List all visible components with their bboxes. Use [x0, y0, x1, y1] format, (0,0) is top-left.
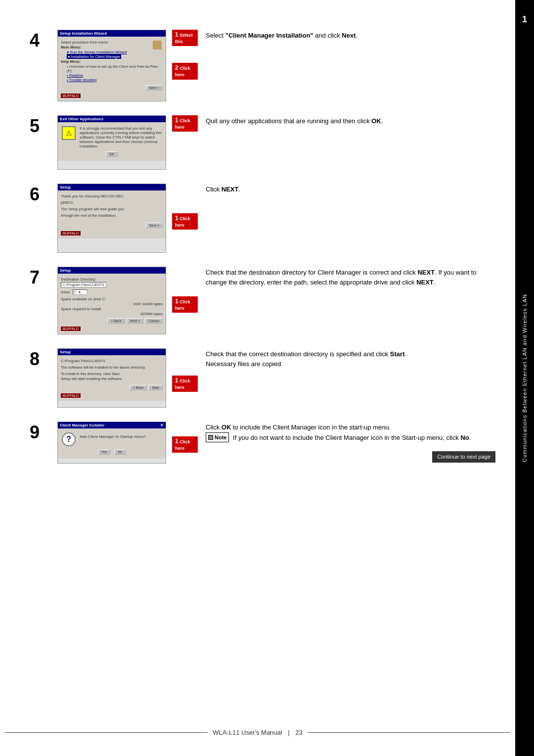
step-4-screenshot: Setup Installation Wizard Select procedu…	[57, 30, 166, 101]
manual-name: WLA-L11 User's Manual	[213, 729, 282, 736]
step-7-back-btn[interactable]: < Back	[107, 318, 125, 324]
step-9-close-btn[interactable]: ✕	[160, 423, 164, 427]
step-7-btn-row: < Back Next > Cancel	[61, 318, 163, 324]
step-7-row: 7 Setup Destination Directory: C:\Progra…	[30, 267, 495, 334]
step-7-next-btn[interactable]: Next >	[127, 318, 143, 324]
step-9-description: Click OK to include the Client Manager i…	[206, 422, 495, 463]
step-8-line2: The software will be installed to the ab…	[61, 365, 163, 370]
step-8-row: 8 Setup C:\Program Files\CLIENTS The sof…	[30, 348, 495, 408]
step-8-start-btn[interactable]: Start	[148, 385, 163, 390]
step-5-text: It is strongly recommended that you exit…	[80, 126, 162, 148]
step-9-left: Client Manager Installer ✕ ? Add Client …	[57, 422, 198, 464]
step-8-logo: BUFFALO	[61, 393, 81, 398]
step-4-number: 4	[30, 32, 49, 49]
step-8-back-btn[interactable]: < Back	[130, 385, 147, 390]
step-4-title: Setup Installation Wizard	[58, 30, 166, 37]
step-7-description: Check that the destination directory for…	[206, 267, 495, 287]
step-6-logo-area: BUFFALO	[61, 229, 163, 236]
step-7-bold1: NEXT	[417, 269, 435, 276]
footer-text: WLA-L11 User's Manual | 23	[213, 729, 303, 736]
step-6-line1: Thank you for choosing NEC100 NEC.	[61, 194, 163, 198]
step-6-line3: The Setup program will now guide you	[61, 207, 163, 211]
step-4-help1: • Overview of how to set up the Client a…	[67, 64, 163, 73]
step-5-warning-icon: ⚠	[62, 126, 76, 140]
step-5-content: ⚠ It is strongly recommended that you ex…	[62, 126, 162, 148]
step-8-number: 8	[30, 350, 49, 368]
step-4-help-menu: Help Menu:	[61, 59, 163, 64]
step-7-space-avail: Space available on drive C: 2097 04360 b…	[61, 297, 163, 306]
step-8-logo-area: BUFFALO	[61, 391, 163, 398]
step-7-cancel-btn[interactable]: Cancel	[145, 318, 163, 324]
step-9-body: ? Add Client Manager to Startup menu? Ye…	[58, 428, 166, 459]
step-9-note-checkbox	[208, 435, 213, 440]
step-4-desc-bold1: "Client Manager Installation"	[225, 32, 313, 39]
step-4-callout-1: 1 Selectthis	[172, 30, 198, 46]
step-6-next-btn[interactable]: Next >	[146, 223, 163, 228]
footer-separator: |	[288, 729, 289, 736]
step-6-left: Setup Thank you for choosing NEC100 NEC.…	[57, 184, 198, 253]
step-9-yes-btn[interactable]: Yes	[98, 449, 110, 455]
step-8-body: C:\Program Files\CLIENTS The software wi…	[58, 355, 166, 401]
step-5-btn-row: OK	[62, 151, 162, 157]
step-4-icon	[153, 41, 162, 49]
step-8-callout-1: 1 Clickhere	[172, 376, 198, 392]
step-5-row: 5 Exit Other Applications ⚠ It is strong…	[30, 115, 495, 170]
step-8-description: Check that the correct destination direc…	[206, 348, 495, 369]
step-8-line3: To install to this directory, click Star…	[61, 372, 163, 376]
step-4-link2: • Readme	[67, 73, 83, 78]
sidebar: 1 Communications Between Ethernet LAN an…	[515, 0, 534, 756]
step-7-bold2: NEXT	[416, 279, 434, 286]
step-8-screenshot: Setup C:\Program Files\CLIENTS The softw…	[57, 348, 166, 408]
step-9-content: ? Add Client Manager to Startup menu?	[62, 432, 162, 446]
step-4-next-btn[interactable]: Next >	[146, 85, 163, 91]
step-9-note-box: Note	[206, 432, 229, 443]
step-4-menu-item2: ● Installation for Client Manager	[67, 54, 163, 59]
step-7-space-req: Space required to install: 425984 bytes	[61, 307, 163, 316]
step-8-bold1: Start	[390, 350, 405, 358]
step-6-title: Setup	[58, 184, 166, 190]
page-container: 4 Setup Installation Wizard Select proce…	[0, 0, 534, 756]
step-8-title: Setup	[58, 349, 166, 355]
step-5-body: ⚠ It is strongly recommended that you ex…	[58, 122, 166, 161]
step-4-link3: • Trouble shooting	[67, 78, 96, 82]
step-6-body: Thank you for choosing NEC100 NEC. plNEC…	[58, 190, 166, 238]
step-9-number: 9	[30, 424, 49, 441]
step-4-link1: ● Run the Simple Installation Wizard	[67, 50, 127, 54]
step-5-ok-btn[interactable]: OK	[106, 151, 118, 157]
step-8-callouts: 1 Clickhere	[172, 348, 198, 392]
step-7-space-avail-value: 2097 04360 bytes	[61, 302, 163, 306]
step-6-btn-row: Next >	[61, 223, 163, 228]
step-4-highlight: ● Installation for Client Manager	[67, 54, 121, 59]
step-9-bold-ok: OK	[222, 424, 231, 431]
step-9-callout-1: 1 Clickhere	[172, 436, 198, 453]
step-5-screenshot: Exit Other Applications ⚠ It is strongly…	[57, 115, 166, 170]
step-9-title-text: Client Manager Installer	[60, 423, 104, 427]
step-8-left: Setup C:\Program Files\CLIENTS The softw…	[57, 348, 198, 408]
step-4-body: Select procedure from menu: Main Menu: ●…	[58, 37, 166, 101]
step-8-btn-row: < Back Start	[61, 385, 163, 390]
step-4-logo-area: BUFFALO	[61, 92, 163, 98]
step-6-callouts: 1 Clickhere	[172, 184, 198, 230]
step-7-dest-label: Destination Directory:	[61, 277, 163, 282]
step-6-line2: plNECt.	[61, 200, 163, 205]
step-4-help-text1: • Overview of how to set up the Client a…	[67, 64, 158, 73]
step-7-dest-input[interactable]: C:\Program Files\CLIENTS	[61, 282, 106, 287]
step-7-space-avail-label: Space available on drive C:	[61, 297, 163, 301]
step-9-title: Client Manager Installer ✕	[58, 422, 166, 428]
step-4-logo: BUFFALO	[61, 94, 81, 98]
step-7-number: 7	[30, 269, 49, 286]
step-5-left: Exit Other Applications ⚠ It is strongly…	[57, 115, 198, 170]
step-4-main-menu: Main Menu:	[61, 45, 163, 49]
step-7-logo: BUFFALO	[61, 327, 81, 331]
step-9-continue-btn[interactable]: Continue to next page	[432, 451, 495, 463]
step-9-no-btn[interactable]: No	[114, 449, 126, 455]
step-7-callouts: 1 Clickhere	[172, 267, 198, 313]
page-number: 23	[295, 729, 302, 736]
step-7-drive-select[interactable]: C: ▼	[73, 289, 88, 295]
step-5-bold: OK	[371, 117, 381, 125]
step-7-screenshot: Setup Destination Directory: C:\Program …	[57, 267, 166, 334]
step-6-number: 6	[30, 186, 49, 203]
step-4-subtitle: Select procedure from menu:	[61, 40, 163, 45]
step-6-screenshot: Setup Thank you for choosing NEC100 NEC.…	[57, 184, 166, 253]
step-8-line4: Setup will start installing the software…	[61, 377, 163, 381]
